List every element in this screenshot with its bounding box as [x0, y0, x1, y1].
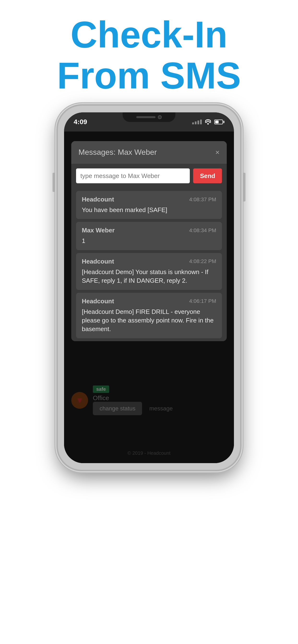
message-card-header: Headcount 4:06:17 PM — [82, 298, 216, 305]
modal-title: Messages: Max Weber — [78, 148, 157, 157]
battery-icon — [214, 120, 224, 124]
message-card: Headcount 4:08:37 PM You have been marke… — [76, 191, 222, 219]
message-card: Headcount 4:06:17 PM [Headcount Demo] FI… — [76, 293, 222, 338]
message-sender: Headcount — [82, 196, 114, 203]
message-input[interactable] — [76, 168, 190, 183]
hero-section: Check-In From SMS — [0, 0, 298, 106]
message-time: 4:08:22 PM — [189, 258, 216, 264]
message-time: 4:08:37 PM — [189, 196, 216, 203]
close-button[interactable]: × — [215, 148, 220, 156]
message-card-header: Max Weber 4:08:34 PM — [82, 227, 216, 234]
notch — [123, 112, 175, 122]
message-time: 4:06:17 PM — [189, 298, 216, 304]
message-time: 4:08:34 PM — [189, 227, 216, 234]
screen-content: ▼ safe Office change status message — [64, 132, 234, 463]
status-time: 4:09 — [74, 118, 87, 126]
phone-screen: 4:09 — [64, 112, 234, 463]
message-body: You have been marked [SAFE] — [82, 206, 216, 214]
camera-icon — [158, 115, 162, 119]
signal-icon — [192, 120, 202, 124]
phone-wrapper: 4:09 — [0, 106, 298, 470]
message-sender: Max Weber — [82, 227, 115, 234]
message-input-row: Send — [71, 164, 227, 188]
modal-overlay: Messages: Max Weber × Send Headcount 4:0… — [64, 132, 234, 463]
message-body: [Headcount Demo] FIRE DRILL - everyone p… — [82, 308, 216, 334]
phone-frame: 4:09 — [58, 106, 240, 470]
speaker-icon — [136, 116, 156, 118]
modal-header: Messages: Max Weber × — [71, 141, 227, 164]
message-body: [Headcount Demo] Your status is unknown … — [82, 268, 216, 285]
message-card-header: Headcount 4:08:37 PM — [82, 196, 216, 203]
send-button[interactable]: Send — [193, 168, 222, 183]
message-sender: Headcount — [82, 258, 114, 265]
wifi-icon — [205, 119, 211, 124]
status-bar: 4:09 — [64, 112, 234, 132]
messages-modal: Messages: Max Weber × Send Headcount 4:0… — [71, 141, 227, 341]
message-card: Headcount 4:08:22 PM [Headcount Demo] Yo… — [76, 253, 222, 290]
message-body: 1 — [82, 236, 216, 245]
hero-title-line2: From SMS — [0, 55, 298, 96]
hero-title-line1: Check-In — [0, 14, 298, 55]
message-card-header: Headcount 4:08:22 PM — [82, 258, 216, 265]
message-sender: Headcount — [82, 298, 114, 305]
message-card: Max Weber 4:08:34 PM 1 — [76, 222, 222, 250]
status-icons — [192, 119, 224, 124]
